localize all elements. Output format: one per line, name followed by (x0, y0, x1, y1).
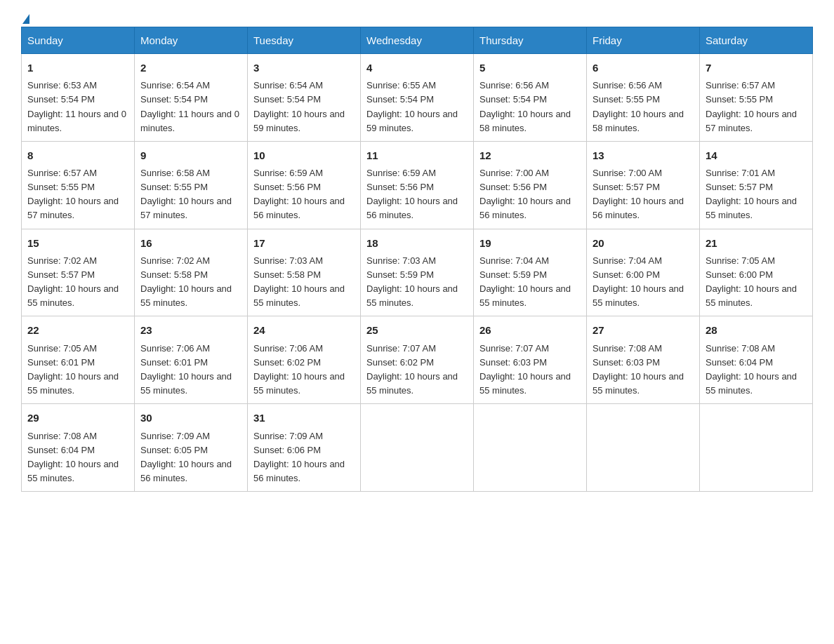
day-detail: Sunrise: 7:09 AMSunset: 6:06 PMDaylight:… (253, 431, 345, 483)
calendar-cell: 1 Sunrise: 6:53 AMSunset: 5:54 PMDayligh… (22, 54, 135, 142)
day-number: 7 (706, 60, 807, 76)
day-detail: Sunrise: 6:59 AMSunset: 5:56 PMDaylight:… (366, 168, 458, 220)
day-number: 18 (366, 235, 468, 251)
calendar-cell (474, 404, 587, 492)
weekday-header-friday: Friday (587, 27, 700, 54)
weekday-header-sunday: Sunday (22, 27, 135, 54)
calendar-cell: 5 Sunrise: 6:56 AMSunset: 5:54 PMDayligh… (474, 54, 587, 142)
day-detail: Sunrise: 6:56 AMSunset: 5:54 PMDaylight:… (479, 80, 571, 133)
calendar-cell: 2 Sunrise: 6:54 AMSunset: 5:54 PMDayligh… (135, 54, 248, 142)
day-detail: Sunrise: 7:08 AMSunset: 6:04 PMDaylight:… (27, 431, 119, 483)
day-number: 25 (366, 322, 468, 338)
day-detail: Sunrise: 7:03 AMSunset: 5:58 PMDaylight:… (253, 255, 345, 308)
day-number: 2 (140, 60, 241, 76)
day-number: 28 (706, 322, 807, 338)
day-detail: Sunrise: 7:01 AMSunset: 5:57 PMDaylight:… (706, 168, 797, 220)
calendar-cell (587, 404, 700, 492)
day-number: 19 (479, 235, 581, 251)
calendar-cell: 21 Sunrise: 7:05 AMSunset: 6:00 PMDaylig… (700, 229, 813, 316)
day-number: 16 (140, 235, 241, 251)
calendar-cell: 9 Sunrise: 6:58 AMSunset: 5:55 PMDayligh… (135, 141, 248, 229)
day-detail: Sunrise: 7:06 AMSunset: 6:01 PMDaylight:… (140, 343, 232, 396)
weekday-header-thursday: Thursday (474, 27, 587, 54)
logo-triangle-icon (22, 14, 29, 24)
day-detail: Sunrise: 6:54 AMSunset: 5:54 PMDaylight:… (140, 80, 239, 133)
day-detail: Sunrise: 6:54 AMSunset: 5:54 PMDaylight:… (253, 80, 345, 133)
day-number: 12 (479, 147, 581, 163)
day-number: 14 (706, 147, 807, 163)
day-detail: Sunrise: 7:05 AMSunset: 6:01 PMDaylight:… (27, 343, 119, 396)
day-detail: Sunrise: 7:00 AMSunset: 5:57 PMDaylight:… (593, 168, 684, 220)
calendar-cell: 17 Sunrise: 7:03 AMSunset: 5:58 PMDaylig… (248, 229, 361, 316)
calendar-cell: 15 Sunrise: 7:02 AMSunset: 5:57 PMDaylig… (22, 229, 135, 316)
calendar-table: SundayMondayTuesdayWednesdayThursdayFrid… (21, 27, 813, 492)
calendar-cell: 24 Sunrise: 7:06 AMSunset: 6:02 PMDaylig… (248, 316, 361, 404)
calendar-cell: 12 Sunrise: 7:00 AMSunset: 5:56 PMDaylig… (474, 141, 587, 229)
calendar-week-1: 1 Sunrise: 6:53 AMSunset: 5:54 PMDayligh… (22, 54, 813, 142)
day-number: 11 (366, 147, 468, 163)
day-detail: Sunrise: 6:59 AMSunset: 5:56 PMDaylight:… (253, 168, 345, 220)
calendar-cell: 22 Sunrise: 7:05 AMSunset: 6:01 PMDaylig… (22, 316, 135, 404)
day-number: 26 (479, 322, 581, 338)
day-detail: Sunrise: 7:03 AMSunset: 5:59 PMDaylight:… (366, 255, 458, 308)
day-detail: Sunrise: 7:07 AMSunset: 6:02 PMDaylight:… (366, 343, 458, 396)
weekday-header-saturday: Saturday (700, 27, 813, 54)
calendar-week-5: 29 Sunrise: 7:08 AMSunset: 6:04 PMDaylig… (22, 404, 813, 492)
calendar-cell: 25 Sunrise: 7:07 AMSunset: 6:02 PMDaylig… (361, 316, 474, 404)
calendar-cell: 3 Sunrise: 6:54 AMSunset: 5:54 PMDayligh… (248, 54, 361, 142)
calendar-week-4: 22 Sunrise: 7:05 AMSunset: 6:01 PMDaylig… (22, 316, 813, 404)
calendar-cell: 14 Sunrise: 7:01 AMSunset: 5:57 PMDaylig… (700, 141, 813, 229)
day-number: 15 (27, 235, 128, 251)
day-number: 4 (366, 60, 468, 76)
day-number: 27 (593, 322, 694, 338)
day-number: 8 (27, 147, 128, 163)
day-number: 22 (27, 322, 128, 338)
weekday-header-row: SundayMondayTuesdayWednesdayThursdayFrid… (22, 27, 813, 54)
day-detail: Sunrise: 7:09 AMSunset: 6:05 PMDaylight:… (140, 431, 232, 483)
day-number: 31 (253, 410, 355, 426)
day-detail: Sunrise: 7:02 AMSunset: 5:57 PMDaylight:… (27, 255, 119, 308)
calendar-cell (700, 404, 813, 492)
day-number: 24 (253, 322, 355, 338)
day-number: 13 (593, 147, 694, 163)
day-detail: Sunrise: 6:57 AMSunset: 5:55 PMDaylight:… (706, 80, 797, 133)
day-number: 23 (140, 322, 241, 338)
calendar-week-3: 15 Sunrise: 7:02 AMSunset: 5:57 PMDaylig… (22, 229, 813, 316)
calendar-cell: 4 Sunrise: 6:55 AMSunset: 5:54 PMDayligh… (361, 54, 474, 142)
day-number: 3 (253, 60, 355, 76)
day-detail: Sunrise: 7:06 AMSunset: 6:02 PMDaylight:… (253, 343, 345, 396)
day-detail: Sunrise: 7:05 AMSunset: 6:00 PMDaylight:… (706, 255, 797, 308)
calendar-cell (361, 404, 474, 492)
calendar-cell: 7 Sunrise: 6:57 AMSunset: 5:55 PMDayligh… (700, 54, 813, 142)
day-number: 30 (140, 410, 241, 426)
day-detail: Sunrise: 6:53 AMSunset: 5:54 PMDaylight:… (27, 80, 126, 133)
calendar-cell: 28 Sunrise: 7:08 AMSunset: 6:04 PMDaylig… (700, 316, 813, 404)
calendar-cell: 26 Sunrise: 7:07 AMSunset: 6:03 PMDaylig… (474, 316, 587, 404)
day-number: 17 (253, 235, 355, 251)
calendar-cell: 23 Sunrise: 7:06 AMSunset: 6:01 PMDaylig… (135, 316, 248, 404)
calendar-cell: 16 Sunrise: 7:02 AMSunset: 5:58 PMDaylig… (135, 229, 248, 316)
calendar-week-2: 8 Sunrise: 6:57 AMSunset: 5:55 PMDayligh… (22, 141, 813, 229)
day-detail: Sunrise: 7:02 AMSunset: 5:58 PMDaylight:… (140, 255, 232, 308)
calendar-cell: 27 Sunrise: 7:08 AMSunset: 6:03 PMDaylig… (587, 316, 700, 404)
day-detail: Sunrise: 7:00 AMSunset: 5:56 PMDaylight:… (479, 168, 571, 220)
weekday-header-monday: Monday (135, 27, 248, 54)
calendar-cell: 13 Sunrise: 7:00 AMSunset: 5:57 PMDaylig… (587, 141, 700, 229)
logo (21, 14, 29, 20)
day-number: 20 (593, 235, 694, 251)
day-detail: Sunrise: 7:07 AMSunset: 6:03 PMDaylight:… (479, 343, 571, 396)
calendar-cell: 18 Sunrise: 7:03 AMSunset: 5:59 PMDaylig… (361, 229, 474, 316)
calendar-cell: 30 Sunrise: 7:09 AMSunset: 6:05 PMDaylig… (135, 404, 248, 492)
calendar-cell: 20 Sunrise: 7:04 AMSunset: 6:00 PMDaylig… (587, 229, 700, 316)
calendar-cell: 29 Sunrise: 7:08 AMSunset: 6:04 PMDaylig… (22, 404, 135, 492)
day-detail: Sunrise: 6:58 AMSunset: 5:55 PMDaylight:… (140, 168, 232, 220)
day-detail: Sunrise: 7:08 AMSunset: 6:04 PMDaylight:… (706, 343, 797, 396)
day-detail: Sunrise: 7:04 AMSunset: 5:59 PMDaylight:… (479, 255, 571, 308)
calendar-cell: 8 Sunrise: 6:57 AMSunset: 5:55 PMDayligh… (22, 141, 135, 229)
calendar-cell: 31 Sunrise: 7:09 AMSunset: 6:06 PMDaylig… (248, 404, 361, 492)
logo-general-row (21, 14, 29, 24)
calendar-cell: 19 Sunrise: 7:04 AMSunset: 5:59 PMDaylig… (474, 229, 587, 316)
day-number: 1 (27, 60, 128, 76)
day-number: 5 (479, 60, 581, 76)
calendar-cell: 10 Sunrise: 6:59 AMSunset: 5:56 PMDaylig… (248, 141, 361, 229)
